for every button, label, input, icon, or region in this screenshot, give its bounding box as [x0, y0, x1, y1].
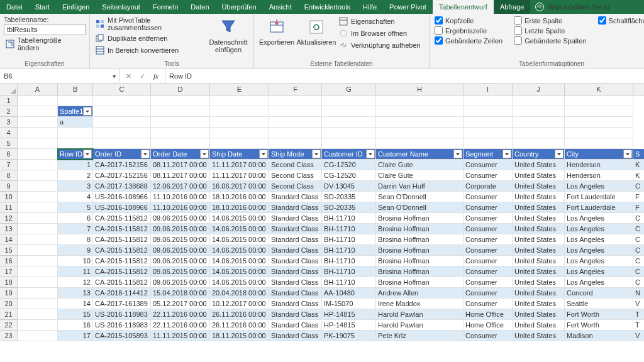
cell[interactable]: V — [633, 299, 644, 309]
cell[interactable]: BH-11710 — [322, 234, 376, 245]
col-header[interactable]: K — [565, 84, 633, 95]
cell[interactable]: United States — [513, 309, 565, 320]
cell[interactable]: 11.10.2016 00:00 — [151, 192, 210, 202]
cell[interactable]: Fort Lauderdale — [565, 192, 633, 202]
cell[interactable]: Brosina Hoffman — [376, 277, 464, 288]
cell[interactable]: Consumer — [464, 256, 513, 266]
cell[interactable]: T — [633, 309, 644, 320]
cell[interactable]: 14 — [58, 299, 93, 309]
cell[interactable]: Los Angeles — [565, 234, 633, 245]
cell[interactable]: 09.06.2015 00:00 — [151, 277, 210, 288]
unlink-button[interactable]: Verknüpfung aufheben — [337, 40, 425, 51]
cell[interactable] — [464, 128, 513, 138]
cell[interactable] — [513, 117, 565, 128]
cell[interactable]: United States — [513, 320, 565, 331]
cell[interactable] — [18, 256, 58, 266]
cell[interactable]: Consumer — [464, 266, 513, 277]
cell[interactable]: CG-12520 — [322, 170, 376, 181]
cancel-button[interactable]: ✕ — [122, 70, 135, 82]
tell-me[interactable]: Was möchten Sie tu — [530, 0, 614, 14]
cell[interactable]: US-2016-118983 — [93, 320, 151, 331]
cell[interactable]: Consumer — [464, 202, 513, 213]
row-header[interactable]: 5 — [0, 138, 17, 149]
row-header[interactable]: 20 — [0, 299, 17, 309]
cell[interactable] — [376, 138, 464, 149]
cell[interactable]: CA-2017-138688 — [93, 181, 151, 192]
name-box[interactable]: B6▾ — [0, 69, 119, 83]
cell[interactable]: 13 — [58, 288, 93, 299]
cell[interactable]: United States — [513, 181, 565, 192]
cell[interactable]: 08.11.2017 00:00 — [151, 160, 210, 170]
cell[interactable]: Standard Class — [269, 224, 322, 234]
tab-abfrage[interactable]: Abfrage — [494, 0, 531, 14]
cell[interactable] — [58, 96, 93, 106]
chk-bandcols[interactable]: Gebänderte Spalten — [513, 36, 587, 45]
cell[interactable]: United States — [513, 160, 565, 170]
cell[interactable]: Los Angeles — [565, 266, 633, 277]
cell[interactable]: Claire Gute — [376, 170, 464, 181]
cell[interactable] — [464, 138, 513, 149]
cell[interactable]: 14.06.2015 00:00 — [210, 224, 269, 234]
cell[interactable] — [210, 117, 269, 128]
filter-dropdown-icon[interactable] — [259, 150, 268, 158]
cell[interactable]: United States — [513, 331, 565, 341]
filter-dropdown-icon[interactable] — [623, 150, 632, 158]
cell[interactable]: Seattle — [565, 299, 633, 309]
cell[interactable]: Los Angeles — [565, 181, 633, 192]
cell[interactable] — [18, 170, 58, 181]
cell[interactable]: Brosina Hoffman — [376, 256, 464, 266]
cell[interactable]: HP-14815 — [322, 320, 376, 331]
cell[interactable]: Standard Class — [269, 213, 322, 224]
cell[interactable]: Standard Class — [269, 245, 322, 256]
cell[interactable]: 20.04.2018 00:00 — [210, 288, 269, 299]
cell[interactable] — [322, 138, 376, 149]
cell[interactable] — [18, 309, 58, 320]
cell[interactable]: CA-2015-115812 — [93, 234, 151, 245]
col-header[interactable]: H — [376, 84, 464, 95]
row-header[interactable]: 23 — [0, 331, 17, 341]
cell[interactable]: Sean O'Donnell — [376, 192, 464, 202]
cell[interactable]: CA-2017-152156 — [93, 170, 151, 181]
cell[interactable]: 5 — [58, 202, 93, 213]
cell[interactable]: United States — [513, 224, 565, 234]
col-header[interactable]: J — [513, 84, 565, 95]
cell[interactable]: US-2016-118983 — [93, 309, 151, 320]
cell[interactable]: United States — [513, 245, 565, 256]
remove-dup-button[interactable]: Duplikate entfernen — [94, 33, 207, 44]
cell[interactable]: 09.06.2015 00:00 — [151, 224, 210, 234]
cell[interactable]: C — [633, 213, 644, 224]
cell[interactable] — [322, 106, 376, 117]
cell[interactable]: Concord — [565, 288, 633, 299]
cell[interactable]: 12 — [58, 277, 93, 288]
cell[interactable]: Fort Lauderdale — [565, 202, 633, 213]
row-header[interactable]: 2 — [0, 106, 17, 117]
cell[interactable]: CA-2017-152156 — [93, 160, 151, 170]
cell[interactable]: 1 — [58, 160, 93, 170]
col-header[interactable]: C — [93, 84, 151, 95]
cell[interactable] — [18, 181, 58, 192]
cell[interactable] — [18, 288, 58, 299]
cell[interactable]: CA-2015-115812 — [93, 256, 151, 266]
filter-dropdown-icon[interactable] — [366, 150, 375, 158]
cell[interactable]: Standard Class — [269, 202, 322, 213]
row-header[interactable]: 11 — [0, 202, 17, 213]
tab-power pivot[interactable]: Power Pivot — [383, 0, 433, 14]
cells-area[interactable]: Spalte1aRow IDOrder IDOrder DateShip Dat… — [18, 96, 644, 341]
cell[interactable]: Standard Class — [269, 309, 322, 320]
row-header[interactable]: 13 — [0, 224, 17, 234]
cell[interactable] — [18, 213, 58, 224]
row-header[interactable]: 19 — [0, 288, 17, 299]
cell[interactable]: Spalte1 — [58, 106, 93, 117]
convert-range-button[interactable]: In Bereich konvertieren — [94, 45, 207, 56]
cell[interactable]: Second Class — [269, 170, 322, 181]
cell[interactable]: Los Angeles — [565, 245, 633, 256]
row-headers[interactable]: 1234567891011121314151617181920212223 — [0, 96, 18, 341]
cell[interactable]: C — [633, 234, 644, 245]
cell[interactable]: SO-20335 — [322, 192, 376, 202]
cell[interactable]: T — [633, 320, 644, 331]
cell[interactable]: BH-11710 — [322, 245, 376, 256]
fx-button[interactable]: fx — [150, 70, 162, 82]
tab-überprüfen[interactable]: Überprüfen — [216, 0, 263, 14]
cell[interactable]: CA-2017-161389 — [93, 299, 151, 309]
chk-filter[interactable]: Schaltfläche "Filter" — [597, 16, 644, 25]
